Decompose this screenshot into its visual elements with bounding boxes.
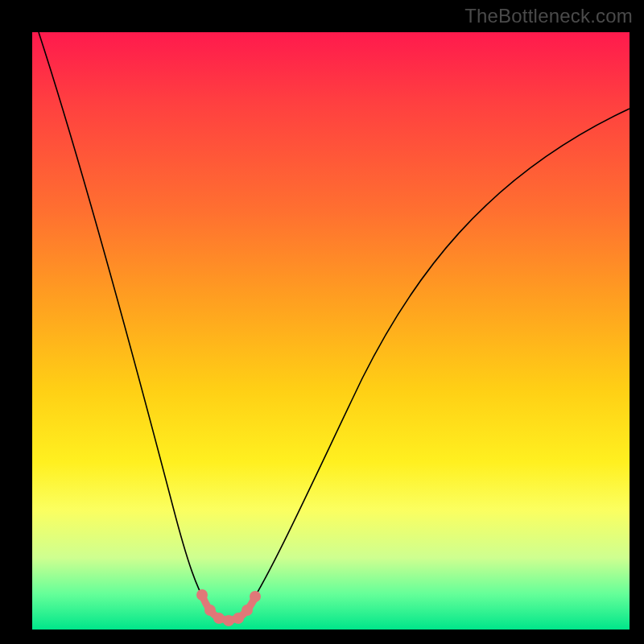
bottleneck-curve [39,32,630,620]
valley-bead [233,613,244,624]
valley-bead [213,613,225,624]
chart-frame: TheBottleneck.com [0,0,644,644]
valley-bead [223,615,234,626]
curve-svg [32,32,630,630]
valley-bead [204,605,216,616]
valley-bead [196,589,208,601]
watermark-text: TheBottleneck.com [464,5,633,27]
valley-bead [250,591,261,602]
plot-area [32,32,630,630]
valley-bead [242,605,253,616]
